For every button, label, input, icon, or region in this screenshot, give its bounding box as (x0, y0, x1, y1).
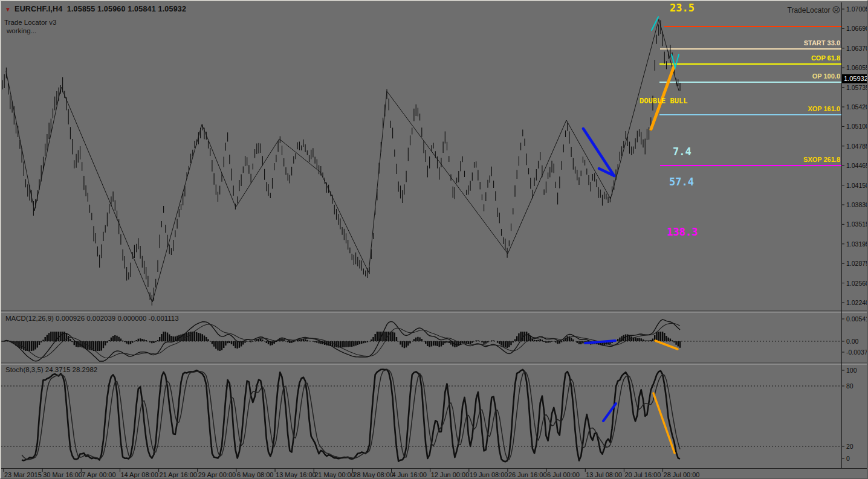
time-axis-label: 14 Apr 08:00 (120, 471, 158, 478)
ea-annotation: 57.4 (669, 176, 694, 188)
time-axis-label: 21 Apr 16:00 (160, 471, 197, 478)
macd-line (2, 320, 680, 361)
time-axis-label: 21 May 00:00 (314, 471, 355, 478)
ea-annotation: 7.4 (673, 146, 691, 158)
macd-header: MACD(12,26,9) 0.000926 0.002039 0.000000… (5, 315, 179, 322)
price-axis-label: 1.05100 (846, 123, 868, 130)
peak-cyan-mark[interactable] (652, 17, 658, 30)
price-axis-label: 1.02240 (846, 300, 868, 306)
level-label: XOP 161.0 (737, 105, 840, 112)
time-axis-label: 12 Jun 00:00 (431, 471, 470, 478)
stoch-orange-segment[interactable] (653, 393, 675, 453)
ea-status-line1: Trade Locator v3 (4, 19, 57, 26)
price-axis-label: 1.05735 (846, 85, 868, 91)
symbol-dropdown-icon[interactable]: ▼ (5, 6, 11, 13)
peak-cyan-check[interactable] (672, 54, 679, 68)
price-bars (2, 20, 680, 305)
current-price-marker: 1.05932 (842, 74, 868, 83)
price-axis-label: 1.02560 (846, 280, 868, 287)
time-axis-label: 13 May 16:00 (276, 471, 316, 478)
ohlc-readout: 1.05855 1.05960 1.05841 1.05932 (67, 5, 186, 13)
level-label: SXOP 261.8 (737, 156, 840, 163)
price-axis-label: 1.03195 (846, 241, 868, 248)
time-axis-label: 30 Mar 16:00 (43, 471, 82, 478)
sad-face-icon: ☹ (832, 5, 840, 14)
level-label: START 33.0 (737, 39, 840, 47)
time-axis-label: 7 Apr 00:00 (82, 471, 115, 478)
macd-title: MACD(12,26,9) (5, 315, 54, 322)
time-axis-border (1, 468, 868, 469)
stoch-axis-label: 80 (846, 383, 853, 390)
zigzag-line (6, 19, 679, 302)
price-axis-label: 1.03830 (846, 202, 868, 208)
chart-title-bar: ▼EURCHF.I,H4 1.05855 1.05960 1.05841 1.0… (5, 5, 186, 13)
price-axis-label: 1.02875 (846, 260, 868, 267)
macd-axis-label: -0.00371 (846, 349, 868, 356)
stoch-axis-label: 100 (846, 367, 857, 374)
level-label: OP 100.0 (737, 72, 840, 80)
price-axis-label: 1.03515 (846, 221, 868, 228)
price-axis-label: 1.04150 (846, 182, 868, 189)
stoch-header: Stoch(8,3,5) 24.3715 28.2982 (5, 366, 97, 373)
price-axis-label: 1.04465 (846, 162, 868, 169)
price-axis-label: 1.06370 (846, 45, 868, 52)
ea-annotation: 138.3 (667, 226, 698, 238)
panel-separator-macd-stoch[interactable] (1, 362, 868, 365)
watermark-text: TradeLocator (788, 6, 831, 14)
time-axis-label: 13 Jul 08:00 (586, 471, 622, 478)
time-axis-label: 29 Apr 00:00 (198, 471, 236, 478)
price-axis-label: 1.06690 (846, 25, 868, 32)
panel-separator-main-macd[interactable] (1, 310, 868, 313)
ea-status-line2: working... (7, 27, 36, 34)
price-axis-label: 1.04785 (846, 143, 868, 150)
price-axis-label: 1.06055 (846, 65, 868, 71)
ea-annotation: DOUBLE BULL (640, 97, 687, 105)
time-axis-label: 26 Jun 16:00 (508, 471, 547, 478)
time-axis-label: 6 Jul 00:00 (547, 471, 580, 478)
watermark: TradeLocator☹ (788, 5, 841, 14)
time-axis-label: 4 Jun 16:00 (392, 471, 427, 478)
time-axis-label: 20 Jul 16:00 (624, 471, 661, 478)
price-axis-label: 1.07005 (846, 6, 868, 13)
macd-axis-label: 0.00541 (846, 316, 868, 323)
time-axis-label: 6 May 08:00 (237, 471, 274, 478)
level-label: COP 61.8 (737, 54, 840, 62)
time-axis-label: 23 Mar 2015 (4, 471, 42, 478)
price-axis-border (841, 2, 842, 468)
chart-window: ▼EURCHF.I,H4 1.05855 1.05960 1.05841 1.0… (0, 0, 868, 479)
ea-annotation: 23.5 (670, 2, 695, 14)
time-axis-label: 19 Jun 08:00 (470, 471, 508, 478)
symbol-timeframe-label: EURCHF.I,H4 (15, 5, 62, 13)
stoch-axis-label: 20 (846, 443, 853, 450)
time-axis-label: 28 May 08:00 (353, 471, 394, 478)
time-axis-label: 28 Jul 00:00 (664, 471, 700, 478)
macd-values: 0.000926 0.002039 0.000000 -0.001113 (56, 315, 179, 322)
stoch-k-line (22, 370, 680, 462)
macd-axis-label: 0.00 (846, 338, 858, 345)
stoch-values: 24.3715 28.2982 (45, 366, 97, 373)
price-axis-label: 1.05420 (846, 104, 868, 111)
macd-signal-line (2, 323, 680, 358)
stoch-axis-label: 0 (846, 455, 850, 462)
stoch-title: Stoch(8,3,5) (5, 366, 44, 373)
